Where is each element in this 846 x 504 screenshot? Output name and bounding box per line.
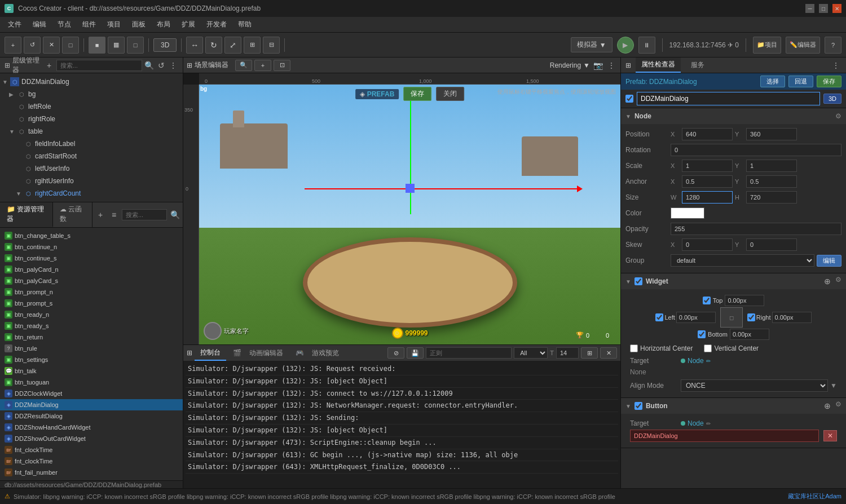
asset-btn-ready-s[interactable]: ▣ btn_ready_s — [0, 320, 183, 331]
asset-btn-continue-n[interactable]: ▣ btn_continue_n — [0, 241, 183, 253]
assets-search[interactable] — [122, 209, 167, 220]
scene-close-button[interactable]: 关闭 — [436, 87, 464, 101]
button-enable-checkbox[interactable] — [634, 402, 642, 410]
asset-ddzshowhandcardwidget[interactable]: ◈ DDZShowHandCardWidget — [0, 422, 183, 433]
editor-button[interactable]: ✏️ 编辑器 — [786, 37, 820, 54]
node-section-gear[interactable]: ⚙ — [835, 112, 841, 120]
group-select[interactable]: default — [671, 254, 814, 267]
console-clear-button[interactable]: ⊘ — [387, 347, 404, 359]
asset-fnt-clocktime-1[interactable]: Bf fnt_clockTime — [0, 444, 183, 456]
asset-btn-palycard-n[interactable]: ▣ btn_palyCard_n — [0, 264, 183, 275]
minimize-button[interactable]: ─ — [805, 4, 814, 13]
tree-item-leftuserinfo[interactable]: ⬡ letfUserInfo — [0, 162, 183, 175]
size-w-input[interactable] — [682, 191, 733, 204]
tree-item-fieldinfolabel[interactable]: ⬡ fieldInfoLabel — [0, 138, 183, 150]
hierarchy-search-button[interactable]: 🔍 — [144, 60, 154, 71]
menu-component[interactable]: 组件 — [77, 17, 102, 32]
tree-item-cardstartroot[interactable]: ⬡ cardStartRoot — [0, 150, 183, 162]
tab-service[interactable]: 服务 — [685, 58, 710, 72]
btn-target-input[interactable] — [630, 430, 819, 442]
anchor-y-input[interactable] — [746, 175, 797, 188]
menu-project[interactable]: 项目 — [102, 17, 126, 32]
asset-btn-change-table[interactable]: ▣ btn_change_table_s — [0, 230, 183, 241]
console-expand-button[interactable]: ⊞ — [581, 347, 598, 359]
assets-sort-button[interactable]: ≡ — [108, 209, 120, 220]
console-filter-input[interactable] — [426, 347, 512, 359]
tree-item-leftrole[interactable]: ⬡ leftRole — [0, 100, 183, 113]
size-h-input[interactable] — [746, 191, 797, 204]
scene-fit[interactable]: ⊡ — [274, 60, 290, 71]
widget-section-header[interactable]: ▼ Widget ⊕ ⚙ — [621, 273, 846, 289]
widget-enable-checkbox[interactable] — [634, 277, 642, 285]
stop-button[interactable]: ⏸ — [638, 37, 655, 54]
menu-developer[interactable]: 开发者 — [201, 17, 232, 32]
asset-btn-prompt-s[interactable]: ▣ btn_prompt_s — [0, 298, 183, 309]
transform-button[interactable]: ⊞ — [244, 37, 261, 54]
position-x-input[interactable] — [682, 128, 733, 140]
asset-btn-talk[interactable]: 💬 btn_talk — [0, 365, 183, 377]
skew-x-input[interactable] — [682, 238, 733, 251]
scale-y-input[interactable] — [746, 160, 797, 172]
simulator-button[interactable]: 模拟器 ▼ — [571, 37, 613, 52]
bottom-input[interactable] — [730, 329, 769, 340]
asset-btn-ready-n[interactable]: ▣ btn_ready_n — [0, 309, 183, 320]
close-button[interactable]: ✕ — [832, 4, 841, 13]
scene-camera-button[interactable]: 📷 — [592, 60, 603, 71]
prefab-save-button[interactable]: 保存 — [817, 76, 841, 87]
menu-panel[interactable]: 面板 — [126, 17, 151, 32]
button-section-gear[interactable]: ⚙ — [835, 400, 841, 412]
top-checkbox[interactable] — [703, 297, 711, 304]
asset-ddzresultdialog[interactable]: ◈ DDZResultDialog — [0, 410, 183, 422]
widget-section-gear[interactable]: ⚙ — [835, 276, 841, 287]
top-input[interactable] — [725, 295, 764, 306]
menu-node[interactable]: 节点 — [52, 17, 77, 32]
snap-button[interactable]: ⊟ — [263, 37, 280, 54]
maximize-button[interactable]: □ — [819, 4, 828, 13]
btn-target-clear[interactable]: ✕ — [823, 430, 837, 441]
menu-layout[interactable]: 布局 — [151, 17, 176, 32]
tab-assets[interactable]: 📁 资源管理器 — [0, 202, 53, 227]
close-tool-button[interactable]: ✕ — [43, 37, 60, 54]
scene-zoom-plus[interactable]: + — [254, 60, 271, 71]
hierarchy-search[interactable] — [56, 60, 142, 71]
tab-console[interactable]: 控制台 — [195, 346, 226, 361]
community-link[interactable]: 藏宝库社区让Adam — [788, 492, 841, 501]
node-3d-button[interactable]: 3D — [823, 94, 841, 104]
asset-ddzmaindialog[interactable]: ◈ DDZMainDialog — [0, 399, 183, 410]
add-button[interactable]: + — [5, 37, 21, 54]
asset-btn-settings[interactable]: ▣ btn_settings — [0, 354, 183, 365]
console-save-button[interactable]: 💾 — [407, 347, 424, 359]
tab-game-preview[interactable]: 游戏预览 — [306, 346, 345, 360]
asset-fnt-clocktime-2[interactable]: Bf fnt_clockTime — [0, 456, 183, 467]
rotate-button[interactable]: ↻ — [205, 37, 222, 54]
help-button[interactable]: ? — [825, 37, 841, 54]
tree-item-ddzmaindialog[interactable]: ▼ ⬡ DDZMainDialog — [0, 76, 183, 88]
right-checkbox[interactable] — [747, 313, 755, 321]
menu-edit[interactable]: 编辑 — [27, 17, 52, 32]
asset-btn-continue-s[interactable]: ▣ btn_continue_s — [0, 253, 183, 264]
refresh-button[interactable]: ↺ — [24, 37, 41, 54]
console-level-select[interactable]: All — [514, 347, 548, 359]
inspector-menu-button[interactable]: ⋮ — [830, 60, 841, 71]
hierarchy-menu-button[interactable]: ⋮ — [169, 60, 178, 71]
asset-btn-palycard-s[interactable]: ▣ btn_palyCard_s — [0, 275, 183, 286]
rect-button[interactable]: □ — [62, 37, 79, 54]
left-checkbox[interactable] — [655, 313, 663, 321]
asset-btn-rule[interactable]: ? btn_rule — [0, 343, 183, 354]
square-button[interactable]: ■ — [89, 37, 105, 54]
h-center-checkbox[interactable] — [630, 344, 638, 352]
assets-search-button[interactable]: 🔍 — [169, 209, 180, 220]
scale-x-input[interactable] — [682, 160, 733, 172]
button-copy-button[interactable]: ⊕ — [822, 400, 833, 412]
group-edit-button[interactable]: 编辑 — [817, 255, 841, 267]
prefab-select-button[interactable]: 选择 — [760, 76, 785, 87]
tab-cloud[interactable]: ☁ 云函数 — [53, 202, 92, 227]
tree-item-bg[interactable]: ▶ ⬡ bg — [0, 88, 183, 100]
hierarchy-add-button[interactable]: + — [44, 60, 54, 71]
asset-ddzshowoutcardwidget[interactable]: ◈ DDZShowOutCardWidget — [0, 433, 183, 444]
scene-canvas[interactable]: 0 500 1,000 1,500 350 0 — [183, 73, 620, 344]
move-button[interactable]: ↔ — [186, 37, 203, 54]
tree-item-rightrole[interactable]: ⬡ rightRole — [0, 113, 183, 125]
bottom-checkbox[interactable] — [698, 330, 706, 338]
assets-add-button[interactable]: + — [95, 209, 106, 220]
